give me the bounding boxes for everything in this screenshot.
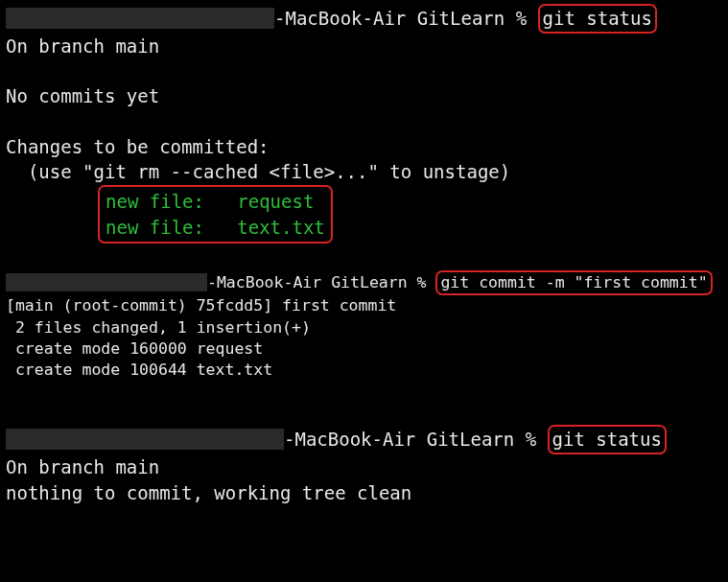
prompt-line[interactable]: -MacBook-Air GitLearn % git status <box>6 4 722 34</box>
output-line: On branch main <box>6 34 722 59</box>
host-suffix: -MacBook-Air GitLearn % <box>274 8 538 29</box>
terminal-block-commit: -MacBook-Air GitLearn % git commit -m "f… <box>6 270 722 381</box>
output-line: 2 files changed, 1 insertion(+) <box>6 317 722 338</box>
staged-files-highlight: new file: request new file: text.txt <box>98 185 333 244</box>
command-highlight: git commit -m "first commit" <box>435 270 712 295</box>
blank-line <box>6 58 722 83</box>
output-line: nothing to commit, working tree clean <box>6 480 722 506</box>
terminal-block-status-2: -MacBook-Air GitLearn % git status On br… <box>6 425 722 505</box>
staged-file: new file: text.txt <box>106 215 325 241</box>
terminal-block-status-1: -MacBook-Air GitLearn % git status On br… <box>6 4 722 244</box>
prompt-line[interactable]: -MacBook-Air GitLearn % git commit -m "f… <box>6 270 722 295</box>
redacted-user <box>6 273 207 291</box>
output-line: (use "git rm --cached <file>..." to unst… <box>6 159 722 185</box>
blank-line <box>6 109 722 134</box>
command-text: git commit -m "first commit" <box>440 273 707 291</box>
redacted-user <box>6 429 284 450</box>
output-line: create mode 100644 text.txt <box>6 360 722 381</box>
output-line: [main (root-commit) 75fcdd5] first commi… <box>6 295 722 316</box>
output-line: No commits yet <box>6 83 722 109</box>
command-text: git status <box>543 8 652 29</box>
redacted-user <box>6 8 274 29</box>
prompt-line[interactable]: -MacBook-Air GitLearn % git status <box>6 425 722 454</box>
command-highlight: git status <box>538 4 657 34</box>
output-line: Changes to be committed: <box>6 134 722 160</box>
output-line: create mode 160000 request <box>6 338 722 360</box>
command-highlight: git status <box>548 425 667 454</box>
output-line: On branch main <box>6 454 722 480</box>
command-text: git status <box>552 429 662 450</box>
host-suffix: -MacBook-Air GitLearn % <box>207 273 435 291</box>
host-suffix: -MacBook-Air GitLearn % <box>284 429 548 450</box>
staged-file: new file: request <box>106 189 325 215</box>
